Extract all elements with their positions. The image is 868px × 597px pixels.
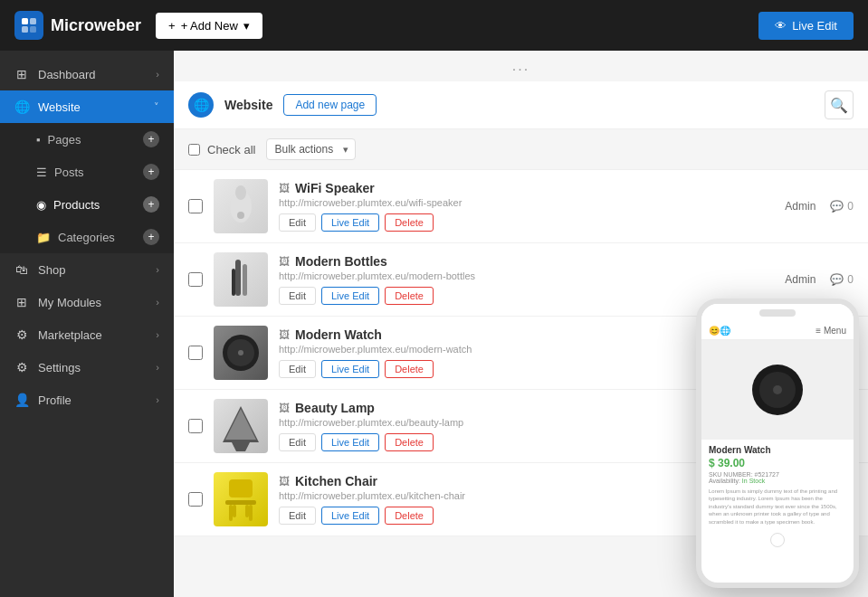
- add-post-icon[interactable]: +: [143, 164, 159, 180]
- live-edit-button[interactable]: Live Edit: [321, 213, 379, 232]
- product-comments: 💬 0: [830, 273, 854, 286]
- edit-button[interactable]: Edit: [279, 507, 316, 525]
- panel-header: 🌐 Website Add new page 🔍: [174, 81, 868, 129]
- posts-icon: ☰: [36, 166, 47, 179]
- submenu-item-posts[interactable]: ☰ Posts +: [0, 156, 174, 188]
- product-checkbox[interactable]: [188, 199, 203, 213]
- add-category-icon[interactable]: +: [143, 229, 159, 245]
- bulk-actions-select[interactable]: Bulk actions: [266, 138, 356, 160]
- sidebar-item-settings[interactable]: ⚙ Settings ›: [0, 351, 174, 384]
- live-edit-button[interactable]: Live Edit: [321, 507, 379, 525]
- svg-rect-17: [229, 505, 233, 521]
- website-submenu: ▪ Pages + ☰ Posts + ◉ Products +: [0, 123, 174, 253]
- product-checkbox[interactable]: [188, 419, 203, 433]
- phone-product-sku: SKU NUMBER: #521727 Availability: In Sto…: [709, 471, 846, 484]
- svg-rect-1: [30, 18, 36, 24]
- sidebar-item-my-modules[interactable]: ⊞ My Modules ›: [0, 286, 174, 318]
- app-name: Microweber: [51, 16, 141, 35]
- search-icon: 🔍: [830, 97, 848, 114]
- delete-button[interactable]: Delete: [385, 360, 434, 378]
- edit-button[interactable]: Edit: [279, 213, 316, 232]
- comment-icon: 💬: [830, 200, 844, 213]
- product-image: [214, 472, 268, 526]
- product-name: Modern Watch: [295, 327, 382, 342]
- add-product-icon[interactable]: +: [143, 196, 159, 213]
- product-checkbox[interactable]: [188, 346, 203, 360]
- live-edit-button[interactable]: 👁 Live Edit: [758, 12, 854, 40]
- sidebar-item-profile[interactable]: 👤 Profile ›: [0, 384, 174, 416]
- delete-button[interactable]: Delete: [385, 213, 434, 232]
- submenu-label: Pages: [48, 133, 81, 147]
- panel-dots: ...: [174, 51, 868, 81]
- svg-point-5: [235, 185, 246, 200]
- add-new-icon: +: [168, 19, 176, 33]
- products-icon: ◉: [36, 198, 46, 212]
- table-header: Check all Bulk actions: [174, 129, 868, 170]
- delete-button[interactable]: Delete: [385, 287, 434, 305]
- comment-count: 0: [847, 200, 854, 213]
- chevron-right-icon: ›: [156, 394, 159, 405]
- edit-button[interactable]: Edit: [279, 433, 316, 451]
- sidebar-item-website[interactable]: 🌐 Website ˅: [0, 90, 174, 123]
- svg-rect-15: [229, 479, 253, 498]
- check-all-checkbox[interactable]: [188, 144, 200, 156]
- search-button[interactable]: 🔍: [825, 90, 854, 119]
- svg-rect-20: [245, 505, 249, 517]
- delete-button[interactable]: Delete: [385, 433, 434, 451]
- sidebar-item-dashboard[interactable]: ⊞ Dashboard ›: [0, 58, 174, 90]
- product-image: [214, 399, 268, 453]
- edit-button[interactable]: Edit: [279, 360, 316, 378]
- eye-icon: 👁: [775, 19, 787, 33]
- sidebar-item-label: Website: [38, 100, 81, 114]
- product-type-icon: 🖼: [279, 475, 290, 488]
- add-new-label: + Add New: [181, 19, 238, 33]
- product-image: [214, 179, 268, 233]
- categories-icon: 📁: [36, 231, 51, 244]
- product-url: http://microweber.plumtex.eu/wifi-speake…: [279, 197, 774, 208]
- phone-product-card: Modern Watch $ 39.00 SKU NUMBER: #521727…: [701, 440, 854, 531]
- product-actions: Edit Live Edit Delete: [279, 287, 774, 305]
- product-author: Admin: [785, 273, 816, 286]
- delete-button[interactable]: Delete: [385, 507, 434, 525]
- product-checkbox[interactable]: [188, 272, 203, 287]
- product-comments: 💬 0: [830, 200, 854, 213]
- shop-icon: 🛍: [14, 262, 29, 277]
- product-image: [214, 326, 268, 380]
- product-image: [214, 252, 268, 307]
- table-row: 🖼 WiFi Speaker http://microweber.plumtex…: [174, 170, 868, 243]
- svg-point-23: [773, 385, 782, 394]
- website-icon-circle: 🌐: [188, 92, 214, 118]
- live-edit-button[interactable]: Live Edit: [321, 433, 379, 451]
- add-page-icon[interactable]: +: [143, 131, 159, 147]
- submenu-item-products[interactable]: ◉ Products +: [0, 188, 174, 221]
- chevron-right-icon: ›: [156, 69, 159, 80]
- live-edit-button[interactable]: Live Edit: [321, 360, 379, 378]
- content-area: ... 🌐 Website Add new page 🔍 Check all B…: [174, 51, 868, 597]
- submenu-item-categories[interactable]: 📁 Categories +: [0, 221, 174, 253]
- chevron-right-icon: ›: [156, 362, 159, 373]
- svg-rect-9: [232, 269, 235, 296]
- submenu-label: Products: [53, 198, 100, 212]
- check-all-label[interactable]: Check all: [188, 143, 255, 156]
- sidebar-item-shop[interactable]: 🛍 Shop ›: [0, 253, 174, 286]
- sidebar-item-label: Dashboard: [38, 68, 96, 81]
- profile-icon: 👤: [14, 393, 29, 407]
- chevron-right-icon: ›: [156, 297, 159, 308]
- svg-rect-19: [233, 505, 236, 517]
- marketplace-icon: ⚙: [14, 327, 29, 342]
- edit-button[interactable]: Edit: [279, 287, 316, 305]
- product-name: Beauty Lamp: [295, 401, 375, 415]
- settings-icon: ⚙: [14, 360, 29, 374]
- phone-product-price: $ 39.00: [709, 457, 846, 469]
- add-new-button[interactable]: + + Add New ▾: [156, 13, 262, 39]
- globe-icon: 🌐: [194, 98, 209, 112]
- add-new-page-button[interactable]: Add new page: [283, 94, 377, 116]
- product-checkbox[interactable]: [188, 492, 203, 507]
- submenu-item-pages[interactable]: ▪ Pages +: [0, 123, 174, 156]
- live-edit-button[interactable]: Live Edit: [321, 287, 379, 305]
- product-meta: Admin 💬 0: [785, 273, 854, 286]
- sidebar-item-label: Settings: [38, 361, 81, 374]
- chevron-right-icon: ›: [156, 264, 159, 275]
- phone-product-name: Modern Watch: [709, 445, 846, 455]
- sidebar-item-marketplace[interactable]: ⚙ Marketplace ›: [0, 318, 174, 351]
